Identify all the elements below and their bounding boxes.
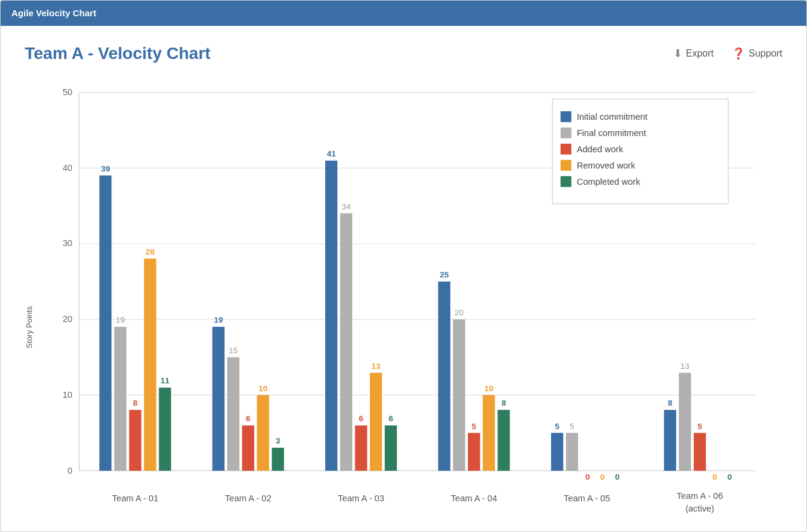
svg-text:Removed work: Removed work xyxy=(577,161,636,170)
svg-text:6: 6 xyxy=(359,414,364,423)
svg-rect-59 xyxy=(566,433,578,471)
svg-rect-32 xyxy=(272,448,284,471)
svg-text:20: 20 xyxy=(455,308,464,317)
team-a06-bars: 8 13 5 0 0 Team A - 06 (active) xyxy=(664,362,732,513)
content-area: Team A - Velocity Chart ⬇ Export ❓ Suppo… xyxy=(1,26,806,532)
svg-text:19: 19 xyxy=(214,315,223,324)
svg-text:8: 8 xyxy=(133,398,138,407)
team-a02-bars: 19 15 6 10 3 Team A - 02 xyxy=(213,315,284,503)
support-button[interactable]: ❓ Support xyxy=(732,47,782,60)
svg-text:Added work: Added work xyxy=(577,144,624,154)
svg-text:0: 0 xyxy=(615,472,620,481)
svg-rect-28 xyxy=(242,425,254,471)
svg-text:6: 6 xyxy=(388,414,393,423)
svg-rect-84 xyxy=(561,176,572,187)
svg-text:8: 8 xyxy=(502,398,506,407)
svg-rect-30 xyxy=(257,395,269,471)
chart-area: Story Points 0 10 20 30 xyxy=(25,78,782,532)
svg-text:Team A - 06: Team A - 06 xyxy=(677,491,723,501)
svg-text:13: 13 xyxy=(372,362,381,371)
support-icon: ❓ xyxy=(732,47,745,60)
svg-text:5: 5 xyxy=(697,422,702,431)
svg-text:5: 5 xyxy=(472,422,476,431)
app-window: Agile Velocity Chart Team A - Velocity C… xyxy=(0,0,807,532)
support-label: Support xyxy=(749,48,782,59)
svg-text:0: 0 xyxy=(585,472,590,481)
svg-text:20: 20 xyxy=(63,314,72,324)
svg-text:Team A - 01: Team A - 01 xyxy=(112,493,158,503)
svg-text:30: 30 xyxy=(63,238,72,248)
title-bar-text: Agile Velocity Chart xyxy=(11,8,96,18)
page-header: Team A - Velocity Chart ⬇ Export ❓ Suppo… xyxy=(25,44,782,63)
svg-rect-39 xyxy=(355,425,367,471)
svg-text:28: 28 xyxy=(146,247,155,256)
svg-rect-17 xyxy=(129,410,141,471)
svg-text:10: 10 xyxy=(484,384,493,393)
svg-text:0: 0 xyxy=(600,472,605,481)
team-a04-bars: 25 20 5 10 8 Team A - 04 xyxy=(438,270,510,503)
svg-rect-57 xyxy=(551,433,563,471)
svg-rect-48 xyxy=(453,320,465,471)
svg-text:Initial commitment: Initial commitment xyxy=(577,112,647,122)
svg-rect-21 xyxy=(159,388,171,471)
svg-text:19: 19 xyxy=(116,315,125,324)
svg-text:50: 50 xyxy=(63,87,72,97)
svg-rect-80 xyxy=(561,144,572,155)
svg-text:34: 34 xyxy=(341,202,351,211)
svg-rect-54 xyxy=(497,410,509,471)
svg-rect-46 xyxy=(438,282,450,471)
svg-text:Team A - 03: Team A - 03 xyxy=(338,493,384,503)
svg-rect-50 xyxy=(468,433,480,471)
svg-text:10: 10 xyxy=(63,390,72,400)
svg-text:Completed work: Completed work xyxy=(577,177,641,187)
page-title: Team A - Velocity Chart xyxy=(25,44,211,63)
svg-text:(active): (active) xyxy=(685,504,714,513)
svg-text:6: 6 xyxy=(246,414,251,423)
svg-text:39: 39 xyxy=(101,164,110,173)
svg-text:0: 0 xyxy=(728,472,732,481)
svg-rect-26 xyxy=(227,357,239,471)
svg-text:Team A - 04: Team A - 04 xyxy=(451,493,497,503)
svg-rect-65 xyxy=(664,410,676,471)
svg-rect-35 xyxy=(325,161,337,471)
svg-text:Final commitment: Final commitment xyxy=(577,128,646,138)
svg-text:0: 0 xyxy=(67,466,72,475)
svg-rect-13 xyxy=(99,176,111,471)
svg-rect-19 xyxy=(144,259,156,471)
svg-text:11: 11 xyxy=(160,376,169,385)
svg-text:15: 15 xyxy=(229,346,238,355)
chart-svg: 0 10 20 30 40 50 xyxy=(39,78,782,532)
chart-wrapper: 0 10 20 30 40 50 xyxy=(39,78,782,532)
svg-rect-76 xyxy=(561,111,572,122)
svg-text:8: 8 xyxy=(668,398,673,407)
export-button[interactable]: ⬇ Export xyxy=(673,47,714,60)
y-axis-label: Story Points xyxy=(25,78,34,532)
team-a03-bars: 41 34 6 13 6 Team A - 03 xyxy=(325,149,397,503)
title-bar: Agile Velocity Chart xyxy=(1,1,806,26)
export-label: Export xyxy=(686,48,714,59)
svg-text:40: 40 xyxy=(63,163,72,173)
svg-rect-24 xyxy=(213,327,225,471)
svg-text:41: 41 xyxy=(327,149,336,158)
svg-rect-15 xyxy=(114,327,126,471)
svg-rect-78 xyxy=(561,128,572,138)
svg-rect-41 xyxy=(370,373,382,471)
svg-text:10: 10 xyxy=(258,384,267,393)
svg-text:5: 5 xyxy=(555,422,559,431)
svg-rect-52 xyxy=(483,395,495,471)
svg-text:5: 5 xyxy=(570,422,575,431)
svg-text:3: 3 xyxy=(276,436,281,445)
export-icon: ⬇ xyxy=(673,47,682,60)
svg-text:13: 13 xyxy=(681,362,690,371)
team-a01-bars: 39 19 8 28 11 Team A - 01 xyxy=(99,164,171,503)
svg-text:25: 25 xyxy=(440,270,449,279)
team-a05-bars: 5 5 0 0 0 Team A - 05 xyxy=(551,422,620,503)
svg-text:Team A - 02: Team A - 02 xyxy=(225,493,272,503)
svg-rect-69 xyxy=(694,433,706,471)
svg-text:0: 0 xyxy=(712,472,717,481)
svg-text:Team A - 05: Team A - 05 xyxy=(564,493,610,503)
svg-rect-67 xyxy=(679,373,691,471)
svg-rect-43 xyxy=(385,425,397,471)
header-actions: ⬇ Export ❓ Support xyxy=(673,47,782,60)
svg-rect-37 xyxy=(340,213,352,471)
